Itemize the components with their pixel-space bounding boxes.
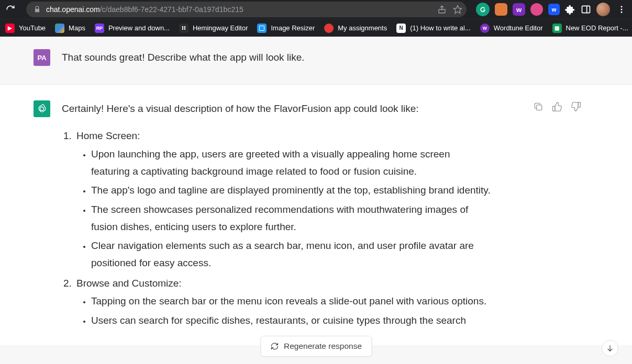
hemingway-icon: H	[179, 24, 189, 33]
avatar-gutter	[0, 100, 50, 333]
assistant-avatar	[34, 100, 50, 117]
bookmark-maps[interactable]: Maps	[55, 24, 85, 33]
thumbs-up-button[interactable]	[551, 100, 563, 113]
user-message-block: PA That sounds great! Describe what the …	[0, 37, 632, 84]
maps-icon	[55, 24, 64, 33]
bookmark-youtube[interactable]: ▶ YouTube	[5, 24, 46, 33]
user-initials: PA	[37, 54, 46, 62]
profile-avatar[interactable]	[596, 3, 610, 16]
user-actions	[524, 49, 602, 66]
extension-label: w	[552, 6, 557, 13]
assistant-message-block: Certainly! Here's a visual description o…	[0, 84, 632, 345]
assistant-message-content: Certainly! Here's a visual description o…	[62, 100, 512, 333]
openai-logo-icon	[36, 103, 48, 115]
bullet-item: Clear navigation elements such as a sear…	[91, 237, 491, 271]
svg-point-6	[621, 9, 623, 10]
bullet-item: Upon launching the app, users are greete…	[91, 146, 491, 180]
extension-blue-w-icon[interactable]: w	[548, 4, 560, 15]
extension-metamask-icon[interactable]	[495, 3, 507, 16]
copy-button[interactable]	[532, 100, 545, 113]
omnibox-actions	[437, 2, 462, 17]
answer-list: Home Screen: Upon launching the app, use…	[62, 128, 491, 329]
bookmark-label: YouTube	[19, 24, 46, 32]
thumbs-down-button[interactable]	[570, 100, 582, 113]
regenerate-label: Regenerate response	[284, 342, 362, 351]
scroll-to-bottom-button[interactable]	[602, 340, 618, 357]
section-title: Browse and Customize:	[76, 275, 491, 292]
extension-pink-icon[interactable]	[530, 3, 543, 16]
youtube-icon: ▶	[5, 24, 15, 33]
bookmark-assignments[interactable]: My assignments	[324, 24, 387, 33]
section-bullets: Upon launching the app, users are greete…	[76, 146, 491, 272]
bookmark-eod[interactable]: ▦ New EOD Report -...	[552, 24, 628, 33]
url-host: chat.openai.com	[46, 5, 100, 14]
assistant-intro-text: Certainly! Here's a visual description o…	[62, 100, 491, 118]
bookmark-wordtune[interactable]: w Wordtune Editor	[480, 24, 543, 33]
chat-scroll-area: PA That sounds great! Describe what the …	[0, 37, 632, 364]
answer-section-2: Browse and Customize: Tapping on the sea…	[74, 275, 491, 329]
assignments-icon	[324, 24, 334, 33]
notion-icon: N	[396, 24, 406, 33]
svg-point-7	[621, 12, 623, 13]
bookmark-label: Image Resizer	[271, 24, 315, 32]
lock-icon	[34, 6, 41, 13]
bookmark-howto[interactable]: N (1) How to write al...	[396, 24, 471, 33]
browser-menu-icon[interactable]	[615, 5, 628, 14]
svg-rect-3	[582, 6, 590, 13]
bookmark-preview[interactable]: RP Preview and down...	[95, 24, 170, 33]
svg-marker-1	[454, 6, 462, 14]
reload-button[interactable]	[3, 2, 18, 17]
svg-rect-11	[578, 102, 580, 107]
bookmark-label: New EOD Report -...	[566, 24, 628, 32]
user-avatar: PA	[34, 49, 50, 66]
bookmark-label: My assignments	[338, 24, 387, 32]
bullet-item: The app's logo and tagline are displayed…	[91, 182, 491, 199]
bookmark-image-resizer[interactable]: Image Resizer	[257, 24, 315, 33]
address-bar[interactable]: chat.openai.com/c/daeb8bf6-7e22-4271-bbf…	[26, 2, 467, 17]
extensions-puzzle-icon[interactable]	[565, 4, 575, 15]
section-title: Home Screen:	[76, 128, 491, 145]
wordtune-icon: w	[480, 24, 490, 33]
extensions-area: w w	[472, 3, 628, 16]
bookmark-label: Hemingway Editor	[193, 24, 248, 32]
svg-rect-9	[537, 105, 542, 110]
extension-wordtune-icon[interactable]: w	[513, 3, 525, 16]
url-path: /c/daeb8bf6-7e22-4271-bbf7-0a197d1bc215	[100, 5, 243, 14]
svg-point-8	[40, 107, 44, 110]
bookmark-label: Wordtune Editor	[494, 24, 543, 32]
bookmark-label: (1) How to write al...	[410, 24, 471, 32]
share-icon[interactable]	[437, 5, 447, 14]
refresh-icon	[270, 342, 279, 350]
image-resizer-icon	[257, 24, 267, 33]
svg-rect-10	[553, 106, 555, 111]
user-message-content: That sounds great! Describe what the app…	[62, 49, 512, 66]
answer-section-1: Home Screen: Upon launching the app, use…	[74, 128, 491, 271]
bullet-item: Users can search for specific dishes, re…	[91, 312, 491, 329]
bookmark-hemingway[interactable]: H Hemingway Editor	[179, 24, 248, 33]
regenerate-response-button[interactable]: Regenerate response	[260, 336, 372, 357]
bullet-item: Tapping on the search bar or the menu ic…	[91, 293, 491, 310]
bookmark-star-icon[interactable]	[453, 5, 462, 14]
arrow-down-icon	[606, 344, 614, 352]
browser-chrome: chat.openai.com/c/daeb8bf6-7e22-4271-bbf…	[0, 0, 632, 37]
side-panel-icon[interactable]	[581, 4, 591, 15]
avatar-gutter: PA	[0, 49, 50, 66]
rp-icon: RP	[95, 24, 104, 33]
assistant-actions	[524, 100, 602, 333]
extension-grammarly-icon[interactable]	[476, 3, 490, 16]
sheets-icon: ▦	[552, 24, 562, 33]
section-bullets: Tapping on the search bar or the menu ic…	[76, 293, 491, 329]
extension-label: w	[516, 6, 522, 14]
bookmark-label: Maps	[69, 24, 85, 32]
bookmarks-bar: ▶ YouTube Maps RP Preview and down... H …	[0, 19, 632, 37]
address-bar-row: chat.openai.com/c/daeb8bf6-7e22-4271-bbf…	[0, 0, 632, 19]
bullet-item: The screen showcases personalized recomm…	[91, 201, 491, 235]
svg-point-5	[621, 6, 623, 7]
bookmark-label: Preview and down...	[108, 24, 170, 32]
user-message-text: That sounds great! Describe what the app…	[62, 52, 305, 63]
